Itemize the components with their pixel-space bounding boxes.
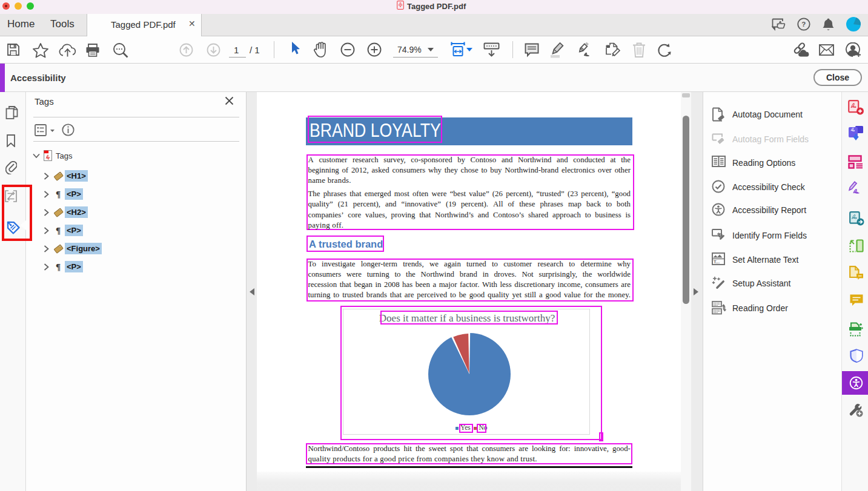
svg-text:?: ?	[801, 21, 806, 28]
svg-text:T...: T...	[714, 259, 720, 265]
